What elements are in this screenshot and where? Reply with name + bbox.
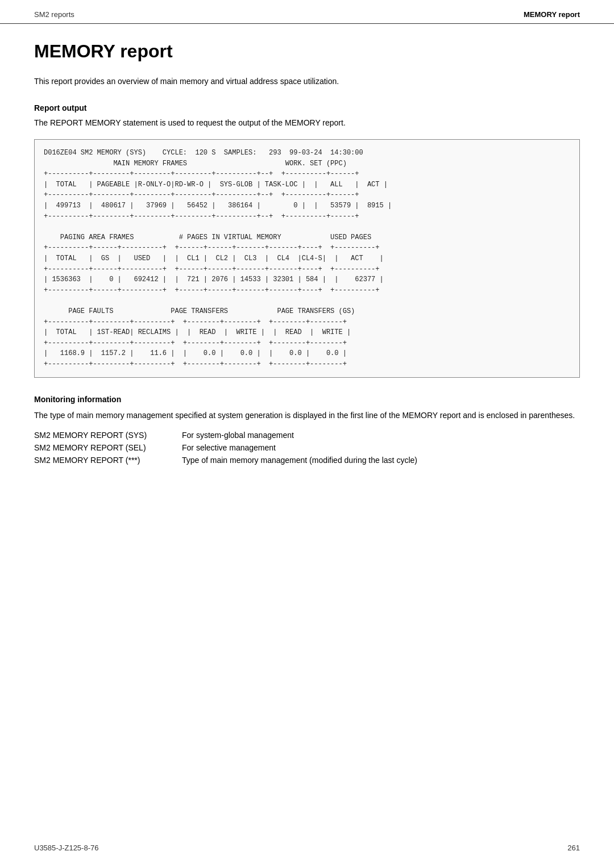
monitoring-item: SM2 MEMORY REPORT (SEL)For selective man… — [34, 443, 580, 452]
footer-left: U3585-J-Z125-8-76 — [34, 844, 98, 852]
monitoring-item: SM2 MEMORY REPORT (***)Type of main memo… — [34, 456, 580, 465]
intro-text: This report provides an overview of main… — [34, 76, 580, 87]
header-left: SM2 reports — [34, 10, 74, 19]
monitoring-heading: Monitoring information — [34, 395, 580, 404]
page-title: MEMORY report — [34, 41, 580, 62]
monitoring-item-desc: For system-global management — [182, 431, 294, 440]
monitoring-item-desc: Type of main memory management (modified… — [182, 456, 417, 465]
monitoring-item: SM2 MEMORY REPORT (SYS)For system-global… — [34, 431, 580, 440]
monitoring-desc: The type of main memory management speci… — [34, 410, 580, 422]
report-output-box: D016ZE04 SM2 MEMORY (SYS) CYCLE: 120 S S… — [34, 139, 580, 378]
report-output-desc: The REPORT MEMORY statement is used to r… — [34, 117, 580, 129]
monitoring-items: SM2 MEMORY REPORT (SYS)For system-global… — [34, 431, 580, 465]
header-right: MEMORY report — [524, 10, 580, 19]
monitoring-item-label: SM2 MEMORY REPORT (SYS) — [34, 431, 182, 440]
footer-right: 261 — [567, 844, 580, 852]
report-output-heading: Report output — [34, 103, 580, 112]
monitoring-item-label: SM2 MEMORY REPORT (***) — [34, 456, 182, 465]
monitoring-item-desc: For selective management — [182, 443, 276, 452]
report-output-content: D016ZE04 SM2 MEMORY (SYS) CYCLE: 120 S S… — [44, 148, 570, 369]
monitoring-item-label: SM2 MEMORY REPORT (SEL) — [34, 443, 182, 452]
